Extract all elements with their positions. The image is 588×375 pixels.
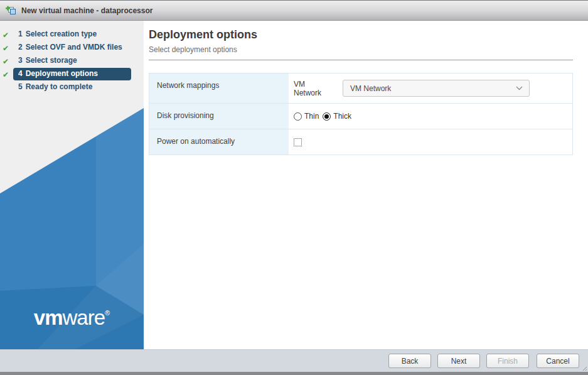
header-divider [149,60,573,60]
checkmark-icon [3,42,9,53]
step-label: Deployment options [26,69,98,79]
checkmark-icon [3,55,9,66]
step-deployment-options[interactable]: 4 Deployment options [0,67,144,80]
network-field-label: VM Network [294,80,334,97]
vmware-logo: vmware® [0,302,144,329]
finish-button: Finish [486,354,529,368]
radio-unselected-icon [294,112,302,121]
power-on-checkbox[interactable] [294,138,302,146]
row-label: Power on automatically [149,129,289,155]
wizard-steps: 1 Select creation type 2 Select OVF and … [0,21,144,94]
step-select-storage[interactable]: 3 Select storage [0,54,144,67]
radio-thick[interactable]: Thick [323,112,351,121]
trademark-symbol: ® [105,309,110,317]
step-number: 3 [18,56,23,65]
step-number: 1 [18,30,23,39]
radio-label: Thin [304,112,319,121]
resize-handle[interactable] [581,365,587,371]
wizard-content: Deployment options Select deployment opt… [144,21,588,349]
checkmark-icon [3,68,9,79]
step-number: 5 [18,82,23,92]
selected-network: VM Network [350,84,391,93]
step-number: 2 [18,43,23,52]
page-subtitle: Select deployment options [149,45,573,54]
step-select-creation-type[interactable]: 1 Select creation type [0,28,144,41]
footer-bar: Back Next Finish Cancel [0,349,588,372]
step-label: Select OVF and VMDK files [26,43,122,52]
wizard-body: 1 Select creation type 2 Select OVF and … [0,21,588,349]
row-label: Disk provisioning [149,104,289,129]
step-label: Ready to complete [26,82,93,92]
step-ready-to-complete[interactable]: 5 Ready to complete [0,80,144,94]
row-label: Network mappings [149,73,289,103]
power-on-row: Power on automatically [149,129,572,155]
radio-label: Thick [333,112,351,121]
network-mapping-select[interactable]: VM Network [343,80,530,97]
window-title: New virtual machine - dataprocessor [21,6,152,15]
page-title: Deployment options [149,28,573,41]
wizard-sidebar: 1 Select creation type 2 Select OVF and … [0,21,144,349]
step-select-ovf-vmdk-files[interactable]: 2 Select OVF and VMDK files [0,41,144,54]
radio-selected-icon [323,112,331,121]
checkmark-icon [3,29,9,40]
back-button[interactable]: Back [388,354,431,368]
network-mappings-row: Network mappings VM Network VM Network [149,73,572,104]
radio-thin[interactable]: Thin [294,112,319,121]
step-number: 4 [18,69,23,79]
next-button[interactable]: Next [437,354,480,368]
new-vm-icon [5,6,17,16]
disk-provisioning-row: Disk provisioning Thin Thick [149,104,572,129]
cancel-button[interactable]: Cancel [537,354,579,368]
titlebar: New virtual machine - dataprocessor [0,0,588,21]
disk-provisioning-radio-group: Thin Thick [294,112,355,121]
footer: Back Next Finish Cancel [0,349,588,375]
deployment-options-table: Network mappings VM Network VM Network D… [149,73,573,155]
step-label: Select creation type [26,30,97,39]
step-label: Select storage [26,56,77,65]
chevron-down-icon [516,86,523,90]
